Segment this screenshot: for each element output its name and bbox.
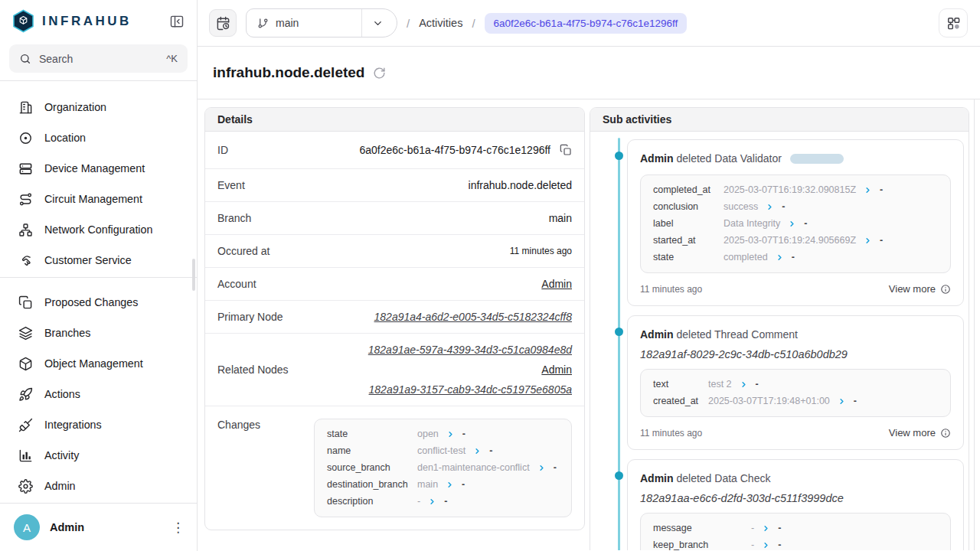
diff-arrow-icon bbox=[762, 541, 770, 549]
related-node-link[interactable]: Admin bbox=[541, 364, 572, 376]
copy-id-button[interactable] bbox=[560, 144, 572, 156]
sidebar-item-customer-service[interactable]: Customer Service bbox=[0, 245, 197, 276]
view-more-button[interactable]: View more bbox=[889, 427, 951, 439]
rocket-icon bbox=[18, 387, 33, 402]
relative-time: 11 minutes ago bbox=[640, 284, 702, 295]
sidebar-item-admin[interactable]: Admin bbox=[0, 471, 197, 501]
search-placeholder: Search bbox=[39, 53, 73, 65]
sidebar-item-proposed-changes[interactable]: Proposed Changes bbox=[0, 287, 197, 318]
detail-row-account: Account Admin bbox=[205, 267, 584, 300]
sidebar-item-label: Admin bbox=[44, 480, 76, 492]
diff-row: label Data Integrity - bbox=[653, 218, 938, 230]
main-area: main / Activities / 6a0f2e6c-b61a-4f75-b… bbox=[198, 0, 980, 551]
detail-value: main bbox=[549, 212, 572, 224]
detail-value: 11 minutes ago bbox=[510, 246, 572, 256]
sidebar-item-actions[interactable]: Actions bbox=[0, 379, 197, 409]
sub-activity-title: Admin deleted Data Validator bbox=[640, 151, 951, 166]
copy-icon bbox=[560, 144, 572, 156]
brand-name: INFRAHUB bbox=[42, 14, 132, 29]
account-link[interactable]: Admin bbox=[541, 278, 572, 290]
sidebar-item-branches[interactable]: Branches bbox=[0, 318, 197, 348]
view-more-button[interactable]: View more bbox=[889, 283, 951, 295]
content-scrollbar[interactable] bbox=[974, 99, 975, 550]
sidebar-item-label: Integrations bbox=[44, 419, 102, 431]
diff-arrow-icon bbox=[776, 253, 784, 262]
diff-arrow-icon bbox=[537, 464, 546, 472]
branch-name: main bbox=[276, 17, 299, 29]
details-panel: Details ID 6a0f2e6c-b61a-4f75-b974-c76c1… bbox=[204, 107, 585, 530]
route-icon bbox=[18, 192, 33, 207]
handshake-icon bbox=[18, 253, 33, 268]
diff-row: state completed - bbox=[653, 252, 938, 263]
sub-activities-header: Sub activities bbox=[590, 108, 969, 132]
detail-label: Branch bbox=[217, 212, 251, 224]
user-kebab-menu-icon[interactable]: ⋮ bbox=[172, 520, 185, 536]
sub-activity-card: Admin deleted Data Validator completed_a… bbox=[627, 139, 964, 306]
branch-selector-toggle[interactable] bbox=[362, 9, 397, 37]
building-icon bbox=[18, 100, 33, 115]
sidebar-item-activity[interactable]: Activity bbox=[0, 440, 197, 471]
sidebar-item-device-management[interactable]: Device Management bbox=[0, 153, 197, 184]
diff-row: keep_branch - - bbox=[653, 540, 938, 550]
related-node-link[interactable]: 182a91ae-597a-4399-34d3-c51ca0984e8d bbox=[368, 344, 572, 356]
sidebar-item-circuit-management[interactable]: Circuit Management bbox=[0, 184, 197, 214]
circle-dot-icon bbox=[18, 131, 33, 145]
detail-label: Changes bbox=[217, 419, 260, 431]
detail-row-occured-at: Occured at 11 minutes ago bbox=[205, 234, 584, 267]
sidebar-item-organization[interactable]: Organization bbox=[0, 92, 197, 122]
git-branch-icon bbox=[257, 18, 269, 29]
detail-value: infrahub.node.deleted bbox=[469, 179, 572, 191]
sidebar-item-label: Actions bbox=[44, 388, 80, 400]
detail-row-related-nodes: Related Nodes 182a91ae-597a-4399-34d3-c5… bbox=[205, 333, 584, 406]
sidebar-item-network-configuration[interactable]: Network Configuration bbox=[0, 214, 197, 245]
cube-icon bbox=[18, 357, 33, 371]
detail-label: Event bbox=[217, 179, 245, 191]
detail-row-changes: Changes state open - name conflict-test bbox=[205, 406, 584, 530]
refresh-button[interactable] bbox=[373, 67, 386, 80]
diff-arrow-icon bbox=[766, 203, 774, 211]
graph-view-button[interactable] bbox=[939, 8, 968, 37]
sidebar-item-object-management[interactable]: Object Management bbox=[0, 348, 197, 379]
calendar-clock-icon bbox=[216, 16, 230, 31]
diff-row: state open - bbox=[327, 429, 559, 440]
breadcrumb-activities[interactable]: Activities bbox=[419, 17, 462, 29]
breadcrumb-entity-id[interactable]: 6a0f2e6c-b61a-4f75-b974-c76c1e1296ff bbox=[485, 13, 688, 34]
detail-label: ID bbox=[217, 144, 228, 156]
refresh-icon bbox=[373, 67, 386, 80]
sub-activity-diff-box: text test 2 - created_at 2025-03-07T17:1… bbox=[640, 369, 951, 417]
logo-row: INFRAHUB bbox=[0, 0, 197, 40]
diff-arrow-icon bbox=[838, 397, 846, 406]
sidebar-item-location[interactable]: Location bbox=[0, 122, 197, 153]
related-node-link[interactable]: 182a91a9-3157-cab9-34dc-c51975e6805a bbox=[369, 383, 572, 396]
info-icon bbox=[940, 284, 951, 295]
user-name: Admin bbox=[50, 521, 84, 533]
sidebar-scrollbar[interactable] bbox=[192, 259, 195, 291]
sub-activity-card: Admin deleted Thread Comment 182a91af-80… bbox=[627, 315, 964, 450]
details-panel-header: Details bbox=[205, 108, 584, 132]
primary-node-link[interactable]: 182a91a4-a6d2-e005-34d5-c5182324cff8 bbox=[374, 311, 572, 323]
user-menu[interactable]: A Admin ⋮ bbox=[0, 503, 197, 551]
sidebar-item-label: Circuit Management bbox=[44, 193, 142, 205]
server-icon bbox=[18, 161, 33, 176]
sub-activities-panel: Sub activities Admin deleted Data Valida… bbox=[590, 107, 969, 550]
sidebar-collapse-button[interactable] bbox=[169, 14, 185, 29]
date-picker-button[interactable] bbox=[209, 9, 237, 37]
diff-row: completed_at 2025-03-07T16:19:32.090815Z… bbox=[653, 184, 938, 196]
chevron-down-icon bbox=[372, 18, 384, 29]
timeline-dot bbox=[615, 471, 623, 480]
diff-arrow-icon bbox=[446, 430, 455, 439]
diff-row: created_at 2025-03-07T17:19:48+01:00 - bbox=[653, 396, 938, 407]
diff-row: started_at 2025-03-07T16:19:24.905669Z - bbox=[653, 235, 938, 246]
search-input[interactable]: Search ^K bbox=[9, 44, 188, 73]
detail-label: Primary Node bbox=[217, 311, 283, 323]
diff-arrow-icon bbox=[473, 447, 482, 455]
sidebar-item-integrations[interactable]: Integrations bbox=[0, 409, 197, 440]
info-icon bbox=[940, 428, 951, 439]
branch-selector[interactable]: main bbox=[246, 8, 397, 37]
diff-arrow-icon bbox=[428, 497, 436, 506]
detail-value: 6a0f2e6c-b61a-4f75-b974-c76c1e1296ff bbox=[359, 144, 550, 156]
detail-row-event: Event infrahub.node.deleted bbox=[205, 168, 584, 201]
sidebar-item-label: Organization bbox=[44, 101, 106, 113]
detail-row-primary-node: Primary Node 182a91a4-a6d2-e005-34d5-c51… bbox=[205, 300, 584, 333]
action-text: deleted Data Validator bbox=[676, 152, 782, 165]
